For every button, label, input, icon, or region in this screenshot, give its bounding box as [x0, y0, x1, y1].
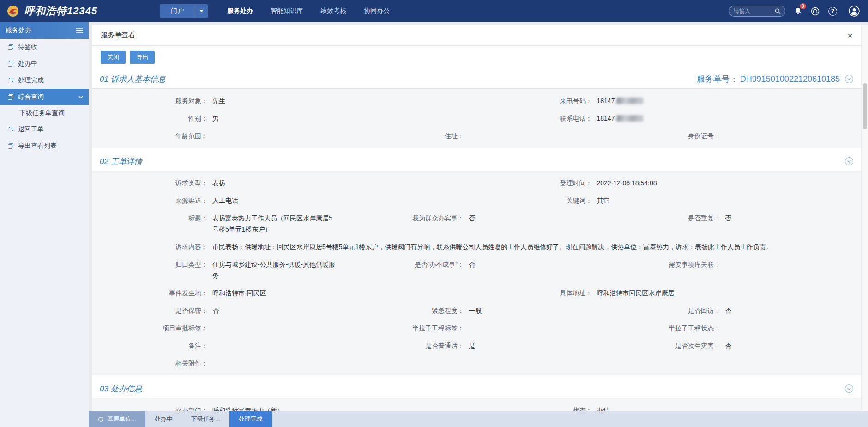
chevron-down-icon — [78, 96, 83, 98]
user-menu-button[interactable] — [849, 6, 860, 17]
tab-completed[interactable]: 处理完成 — [229, 411, 272, 427]
section-handling-info: 03 处办信息 交办部门： 呼和浩特富泰热力（新） 状态： 办结 — [92, 379, 861, 411]
notification-badge: 9 — [800, 3, 806, 9]
field-assign-dept: 交办部门： 呼和浩特富泰热力（新） — [92, 405, 477, 411]
field-label: 我为群众办实事： — [349, 213, 469, 224]
section1-title: 01 诉求人基本信息 — [100, 74, 166, 85]
sidebar-item-in-progress[interactable]: 处办中 — [0, 55, 89, 72]
field-value: 否 — [469, 213, 605, 224]
sidebar-item-pending-sign[interactable]: 待签收 — [0, 39, 89, 55]
field-banlazi-status: 半拉子工程状态： — [605, 323, 861, 334]
field-for-masses: 我为群众办实事： 否 — [349, 213, 605, 224]
vertical-scrollbar[interactable] — [861, 25, 868, 411]
redacted-blur — [616, 98, 643, 104]
field-value: 办结 — [597, 405, 862, 411]
section2-title: 02 工单详情 — [100, 156, 142, 167]
field-label: 是否次生灾害： — [605, 340, 725, 351]
field-value: 否 — [212, 305, 349, 316]
field-label: 诉求类型： — [92, 177, 212, 189]
field-label: 是否“办不成事”： — [349, 259, 469, 270]
field-label: 半拉子工程标签： — [349, 323, 469, 334]
nav-collaboration[interactable]: 协同办公 — [364, 7, 390, 15]
question-icon: ? — [828, 7, 837, 16]
help-button[interactable]: ? — [828, 7, 837, 16]
tab-subordinate-tasks[interactable]: 下级任务... — [182, 411, 229, 427]
service-center-button[interactable] — [811, 7, 820, 16]
doc-icon — [7, 94, 14, 100]
collapse-section-icon[interactable] — [844, 384, 854, 393]
redacted-blur — [616, 115, 643, 122]
sidebar-item-completed[interactable]: 处理完成 — [0, 72, 89, 89]
field-keyword: 关键词： 其它 — [477, 195, 862, 206]
doc-icon — [7, 61, 14, 67]
section-order-details: 02 工单详情 诉求类型： 表扬 受理时间： 2022-12-06 18:54:… — [92, 152, 861, 375]
sidebar-item-subordinate-task-query[interactable]: 下级任务单查询 — [0, 105, 89, 121]
sidebar-item-comprehensive-query[interactable]: 综合查询 — [0, 89, 89, 105]
page-title: 服务单查看 — [101, 31, 135, 40]
sidebar-title: 服务处办 — [6, 26, 31, 35]
field-project-tag: 项目审批标签： — [92, 323, 349, 334]
nav-service-handling[interactable]: 服务处办 — [227, 7, 253, 15]
field-value: 其它 — [597, 195, 862, 206]
app-logo: 呼和浩特12345 — [0, 4, 97, 18]
field-home-address: 住址： — [349, 130, 605, 141]
section3-header: 03 处办信息 — [92, 379, 861, 398]
field-callback: 是否回访： 否 — [605, 305, 861, 316]
caret-down-icon — [199, 10, 204, 12]
collapse-sidebar-icon[interactable] — [76, 28, 83, 34]
tab-base-units[interactable]: 基层单位... — [89, 411, 145, 427]
field-value: 人工电话 — [212, 195, 477, 206]
field-label: 相关附件： — [92, 358, 212, 369]
nav-knowledge-base[interactable]: 智能知识库 — [271, 7, 303, 15]
sidebar: 服务处办 待签收 处办中 处理完成 综合查询 下级任务单查询 退回工单 导出查看… — [0, 22, 89, 427]
field-label: 住址： — [349, 130, 469, 141]
field-value: 呼和浩特市回民区水岸康居 — [597, 287, 862, 299]
field-cannot-do: 是否“办不成事”： 否 — [349, 259, 605, 270]
field-label: 标题： — [92, 213, 212, 224]
collapse-section-icon[interactable] — [844, 74, 854, 84]
field-label: 是否保密： — [92, 305, 212, 316]
field-label: 年龄范围： — [92, 130, 212, 141]
close-button[interactable]: 关闭 — [101, 51, 126, 64]
section3-body: 交办部门： 呼和浩特富泰热力（新） 状态： 办结 — [92, 398, 861, 411]
field-secondary-disaster: 是否次生灾害： 否 — [605, 340, 861, 351]
field-label: 交办部门： — [92, 405, 212, 411]
panel-header: 服务单查看 × — [92, 25, 861, 46]
field-specific-address: 具体地址： 呼和浩特市回民区水岸康居 — [477, 287, 862, 299]
field-value: 表扬富泰热力工作人员（回民区水岸康居5号楼5单元1楼东户） — [212, 213, 349, 235]
headset-icon — [811, 7, 820, 16]
close-icon[interactable]: × — [847, 31, 853, 40]
field-label: 是否回访： — [605, 305, 725, 316]
sidebar-item-label: 待签收 — [18, 43, 37, 51]
field-urgency: 紧急程度： 一般 — [349, 305, 605, 316]
field-label: 事件发生地： — [92, 287, 212, 299]
collapse-section-icon[interactable] — [844, 157, 854, 166]
tab-label: 下级任务... — [191, 415, 220, 423]
field-label: 性别： — [92, 113, 212, 124]
service-order-panel: 服务单查看 × 关闭 导出 01 诉求人基本信息 服务单号： DH9915010… — [92, 25, 861, 411]
search-icon[interactable] — [775, 8, 781, 14]
field-value: 2022-12-06 18:54:08 — [597, 177, 862, 189]
field-value: 呼和浩特市-回民区 — [212, 287, 477, 299]
field-value: 表扬 — [212, 177, 477, 189]
tab-label: 处办中 — [155, 415, 173, 423]
sidebar-item-label: 处理完成 — [18, 76, 44, 85]
field-value: 否 — [725, 213, 861, 224]
sidebar-item-export-list[interactable]: 导出查看列表 — [0, 138, 89, 154]
portal-button[interactable]: 门户 — [160, 4, 195, 18]
field-label: 需要事项库关联： — [605, 259, 725, 270]
main-area: 服务单查看 × 关闭 导出 01 诉求人基本信息 服务单号： DH9915010… — [89, 22, 868, 427]
search-input[interactable] — [734, 8, 773, 14]
nav-performance[interactable]: 绩效考核 — [320, 7, 346, 15]
doc-icon — [7, 77, 14, 84]
topbar-right: 9 ? — [729, 6, 868, 17]
notifications-button[interactable]: 9 — [794, 7, 802, 15]
sidebar-item-label: 处办中 — [18, 60, 37, 68]
portal-dropdown-button[interactable] — [195, 4, 208, 18]
tab-in-progress[interactable]: 处办中 — [145, 411, 182, 427]
sidebar-item-returned-orders[interactable]: 退回工单 — [0, 121, 89, 138]
field-value: 男 — [212, 113, 477, 124]
scrollbar-thumb[interactable] — [863, 83, 867, 129]
order-number-label: 服务单号： — [697, 73, 738, 85]
export-button[interactable]: 导出 — [130, 51, 155, 64]
